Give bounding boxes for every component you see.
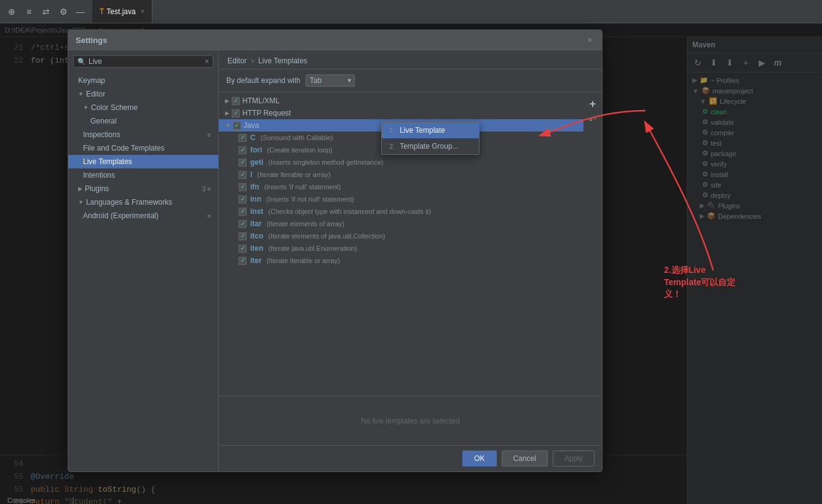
settings-inspections[interactable]: Inspections ≡	[68, 128, 218, 141]
tpl-item-ifn[interactable]: ifn (Inserts 'if null' statement)	[219, 181, 583, 193]
search-icon: 🔍	[77, 58, 86, 66]
htmlxml-checkbox[interactable]	[232, 97, 240, 105]
settings-toolbar: By default expand with Tab Space Enter ▼	[219, 69, 602, 92]
tpl-iten-abbr: iten	[250, 244, 263, 253]
tpl-group-httprequest-header[interactable]: ▶ HTTP Request	[219, 107, 583, 119]
android-label: Android (Experimental)	[83, 211, 159, 220]
htmlxml-label: HTML/XML	[242, 96, 280, 105]
tpl-item-itar[interactable]: itar (Iterate elements of array)	[219, 218, 583, 230]
apply-button[interactable]: Apply	[553, 451, 595, 467]
settings-color-scheme[interactable]: ▼ Color Scheme	[68, 101, 218, 114]
templates-right-panel: + ↶	[583, 92, 602, 396]
settings-editor[interactable]: ▼ Editor	[68, 87, 218, 101]
content-breadcrumb: Editor › Live Templates	[227, 57, 307, 65]
android-badge: ≡	[207, 213, 211, 219]
undo-button[interactable]: ↶	[586, 113, 599, 127]
tpl-fori-checkbox[interactable]	[239, 146, 247, 154]
tpl-C-checkbox[interactable]	[239, 134, 247, 142]
dialog-close-button[interactable]: ×	[585, 35, 595, 45]
settings-tree: Keymap ▼ Editor ▼ Color Scheme General I	[68, 73, 218, 471]
no-selection-message: No live templates are selected	[219, 396, 602, 445]
inspections-label: Inspections	[83, 130, 121, 139]
tpl-ifn-abbr: ifn	[250, 183, 259, 191]
minus-icon[interactable]: —	[74, 5, 87, 18]
tpl-iten-checkbox[interactable]	[239, 245, 247, 253]
java-checkbox[interactable]	[233, 122, 241, 130]
color-scheme-arrow: ▼	[83, 104, 89, 111]
tpl-group-htmlxml: ▶ HTML/XML	[219, 95, 583, 107]
tpl-item-iter[interactable]: iter (Iterate Iterable or array)	[219, 254, 583, 267]
httprequest-checkbox[interactable]	[232, 109, 240, 117]
settings-live-templates[interactable]: Live Templates	[68, 155, 218, 168]
tpl-inn-desc: (Inserts 'if not null' statement)	[266, 195, 354, 203]
settings-keymap[interactable]: Keymap	[68, 74, 218, 87]
tpl-l-checkbox[interactable]	[239, 171, 247, 179]
tpl-itar-abbr: itar	[250, 219, 262, 228]
tpl-item-l[interactable]: l (Iterate Iterable or array)	[219, 168, 583, 181]
tpl-geti-checkbox[interactable]	[239, 159, 247, 167]
file-templates-label: File and Code Templates	[83, 144, 165, 152]
top-bar: ⊕ ≡ ⇄ ⚙ — T Test.java ×	[0, 0, 822, 23]
tab-testjava[interactable]: T Test.java ×	[92, 0, 152, 23]
popup-num-2: 2.	[389, 143, 395, 150]
expand-dropdown[interactable]: Tab Space Enter	[306, 74, 355, 87]
tpl-inn-checkbox[interactable]	[239, 195, 247, 203]
sync-icon[interactable]: ⇄	[39, 5, 53, 18]
tpl-geti-abbr: geti	[250, 158, 263, 167]
tpl-item-itco[interactable]: itco (Iterate elements of java.util.Coll…	[219, 230, 583, 242]
settings-general[interactable]: General	[68, 114, 218, 128]
search-clear-icon[interactable]: ×	[205, 57, 209, 66]
tab-close-icon[interactable]: ×	[141, 8, 144, 15]
tab-bar: T Test.java ×	[92, 0, 152, 23]
keymap-label: Keymap	[78, 76, 105, 85]
settings-file-templates[interactable]: File and Code Templates	[68, 141, 218, 155]
settings-lang-frameworks[interactable]: ▼ Languages & Frameworks	[68, 195, 218, 209]
settings-icon[interactable]: ⚙	[57, 5, 70, 18]
tpl-iter-abbr: iter	[250, 256, 262, 265]
tpl-itar-desc: (Iterate elements of array)	[267, 220, 345, 227]
tpl-inst-checkbox[interactable]	[239, 208, 247, 216]
tpl-itco-checkbox[interactable]	[239, 232, 247, 240]
tpl-iten-desc: (Iterate java.util.Enumeration)	[268, 245, 357, 252]
settings-intentions[interactable]: Intentions	[68, 168, 218, 182]
tpl-iter-desc: (Iterate Iterable or array)	[267, 257, 340, 264]
tpl-inst-desc: (Checks object type with instanceof and …	[268, 208, 431, 215]
expand-dropdown-wrapper: Tab Space Enter ▼	[306, 74, 355, 87]
breadcrumb-sep: ›	[251, 57, 256, 65]
ok-button[interactable]: OK	[462, 451, 496, 467]
tpl-item-geti[interactable]: geti (Inserts singleton method getInstan…	[219, 156, 583, 168]
add-template-button[interactable]: +	[586, 97, 599, 111]
httprequest-expand-arrow: ▶	[225, 110, 229, 116]
popup-menu: 1. Live Template 2. Template Group...	[381, 122, 480, 155]
search-box[interactable]: 🔍 ×	[73, 55, 213, 68]
tab-label: Test.java	[106, 7, 135, 16]
dialog-footer: OK Cancel Apply	[219, 445, 602, 471]
list-icon[interactable]: ≡	[22, 5, 36, 18]
dialog-overlay: Settings × 🔍 × Keymap ▼ Editor	[0, 23, 822, 504]
tpl-itco-desc: (Iterate elements of java.util.Collectio…	[268, 232, 385, 240]
tpl-iter-checkbox[interactable]	[239, 257, 247, 265]
tpl-item-iten[interactable]: iten (Iterate java.util.Enumeration)	[219, 242, 583, 254]
globe-icon[interactable]: ⊕	[5, 5, 18, 18]
tpl-item-inst[interactable]: inst (Checks object type with instanceof…	[219, 205, 583, 218]
java-expand-arrow: ▼	[225, 122, 231, 128]
tpl-group-htmlxml-header[interactable]: ▶ HTML/XML	[219, 95, 583, 107]
settings-plugins[interactable]: ▶ Plugins 3 ≡	[68, 182, 218, 195]
breadcrumb-part2: Live Templates	[258, 57, 307, 65]
color-scheme-label: Color Scheme	[91, 103, 138, 112]
tpl-group-httprequest: ▶ HTTP Request	[219, 107, 583, 119]
settings-android[interactable]: Android (Experimental) ≡	[68, 209, 218, 222]
tpl-inn-abbr: inn	[250, 195, 261, 203]
search-input[interactable]	[89, 57, 205, 66]
bottom-tab-consoles[interactable]: Consoles	[0, 497, 74, 504]
tpl-ifn-checkbox[interactable]	[239, 183, 247, 191]
popup-item-live-template[interactable]: 1. Live Template	[382, 122, 479, 138]
java-label: Java	[243, 121, 259, 130]
tpl-itco-abbr: itco	[250, 232, 263, 240]
tpl-itar-checkbox[interactable]	[239, 220, 247, 228]
tpl-l-desc: (Iterate Iterable or array)	[257, 171, 330, 178]
tpl-item-inn[interactable]: inn (Inserts 'if not null' statement)	[219, 193, 583, 205]
lang-label: Languages & Frameworks	[86, 198, 172, 207]
cancel-button[interactable]: Cancel	[502, 451, 548, 467]
popup-item-template-group[interactable]: 2. Template Group...	[382, 138, 479, 154]
